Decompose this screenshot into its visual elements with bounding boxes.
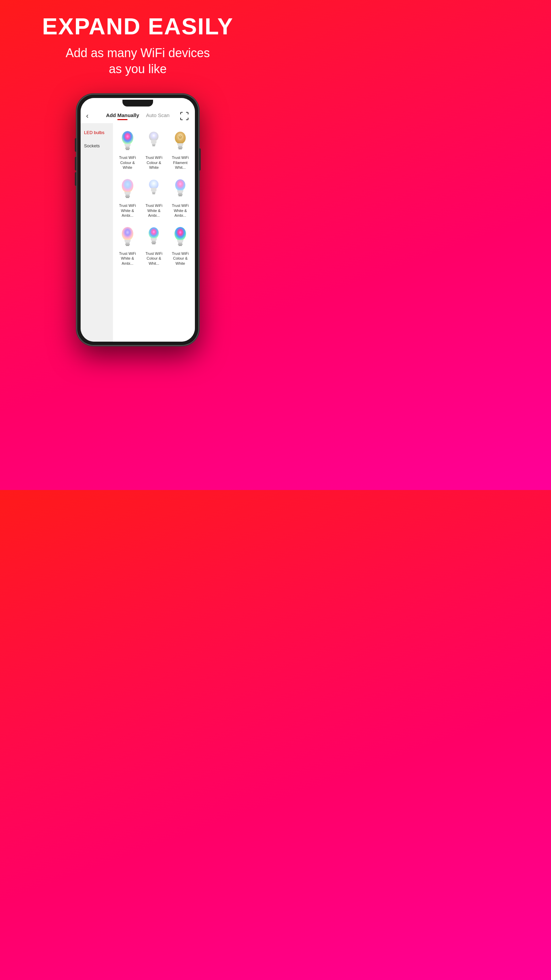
svg-rect-30	[152, 241, 156, 242]
svg-point-4	[149, 132, 159, 141]
device-item-4[interactable]: Trust WiFiWhite & Ambi...	[114, 174, 141, 222]
device-item-7[interactable]: Trust WiFiWhite & Ambi...	[114, 222, 141, 270]
main-title: EXPAND EASILY	[42, 14, 233, 39]
notch	[122, 100, 153, 107]
bulb-icon-1	[118, 129, 138, 153]
svg-rect-16	[125, 196, 130, 197]
device-label-6: Trust WiFiWhite & Ambi...	[168, 203, 192, 218]
header-section: EXPAND EASILY Add as many WiFi devicesas…	[0, 0, 275, 87]
svg-rect-6	[152, 145, 155, 146]
device-label-2: Trust WiFiColour & White	[142, 155, 166, 170]
svg-rect-17	[126, 197, 129, 198]
svg-rect-3	[126, 149, 129, 150]
svg-point-29	[149, 227, 159, 239]
svg-point-33	[175, 227, 186, 240]
device-label-5: Trust WiFiWhite & Ambi...	[142, 203, 166, 218]
device-item-3[interactable]: Trust WiFiFilament Whit...	[167, 126, 194, 174]
device-label-9: Trust WiFiColour & White	[168, 251, 192, 266]
sidebar-item-led-bulbs[interactable]: LED bulbs	[81, 126, 113, 139]
app-nav: ‹ Add Manually Auto Scan	[86, 111, 189, 123]
sidebar: LED bulbs Sockets	[81, 123, 113, 342]
device-item-6[interactable]: Trust WiFiWhite & Ambi...	[167, 174, 194, 222]
svg-point-25	[122, 227, 133, 240]
svg-rect-15	[125, 195, 130, 196]
svg-point-18	[149, 180, 159, 189]
svg-point-14	[122, 179, 133, 192]
tab-auto-scan[interactable]: Auto Scan	[146, 112, 169, 120]
device-item-8[interactable]: Trust WiFiColour & Whit...	[141, 222, 167, 270]
svg-rect-36	[179, 245, 182, 246]
bulb-icon-2	[143, 129, 164, 153]
device-label-8: Trust WiFiColour & Whit...	[142, 251, 166, 266]
device-item-5[interactable]: Trust WiFiWhite & Ambi...	[141, 174, 167, 222]
svg-rect-20	[152, 193, 155, 194]
bulb-icon-4	[118, 177, 138, 201]
svg-rect-32	[152, 243, 156, 244]
bulb-icon-9	[170, 225, 191, 249]
device-label-3: Trust WiFiFilament Whit...	[168, 155, 192, 170]
phone-mockup: ‹ Add Manually Auto Scan	[76, 94, 199, 346]
device-item-1[interactable]: Trust WiFiColour & White	[114, 126, 141, 174]
svg-rect-5	[152, 144, 156, 145]
phone-frame: ‹ Add Manually Auto Scan	[76, 94, 199, 346]
svg-rect-2	[125, 148, 130, 149]
status-bar	[81, 98, 195, 108]
phone-screen: ‹ Add Manually Auto Scan	[81, 98, 195, 342]
svg-point-0	[122, 131, 133, 145]
svg-rect-28	[126, 245, 129, 246]
back-button[interactable]: ‹	[86, 111, 96, 121]
svg-point-21	[175, 179, 185, 191]
svg-rect-35	[178, 244, 183, 245]
app-content: LED bulbs Sockets	[81, 123, 195, 342]
sidebar-item-sockets[interactable]: Sockets	[81, 139, 113, 153]
svg-rect-1	[125, 147, 130, 148]
svg-rect-31	[151, 242, 156, 243]
bulb-icon-6	[170, 177, 191, 201]
device-label-7: Trust WiFiWhite & Ambi...	[116, 251, 140, 266]
svg-rect-11	[178, 146, 182, 147]
svg-rect-22	[178, 193, 182, 194]
svg-rect-19	[152, 192, 156, 193]
nav-tabs: Add Manually Auto Scan	[96, 112, 179, 120]
bulb-icon-3	[170, 129, 191, 153]
device-label-4: Trust WiFiWhite & Ambi...	[116, 203, 140, 218]
app-header: ‹ Add Manually Auto Scan	[81, 108, 195, 123]
bulb-icon-5	[143, 177, 164, 201]
svg-rect-34	[178, 243, 182, 244]
bulb-icon-8	[143, 225, 164, 249]
svg-rect-12	[178, 147, 183, 148]
subtitle: Add as many WiFi devicesas you like	[66, 45, 210, 77]
svg-rect-23	[178, 194, 183, 195]
bulb-icon-7	[118, 225, 138, 249]
svg-rect-13	[179, 148, 182, 150]
device-label-1: Trust WiFiColour & White	[116, 155, 140, 170]
scan-icon[interactable]	[179, 111, 189, 121]
device-item-9[interactable]: Trust WiFiColour & White	[167, 222, 194, 270]
svg-rect-27	[125, 244, 130, 245]
svg-rect-26	[125, 243, 130, 244]
svg-rect-24	[179, 195, 182, 196]
device-grid: Trust WiFiColour & White	[113, 123, 195, 342]
tab-add-manually[interactable]: Add Manually	[106, 112, 140, 120]
device-item-2[interactable]: Trust WiFiColour & White	[141, 126, 167, 174]
